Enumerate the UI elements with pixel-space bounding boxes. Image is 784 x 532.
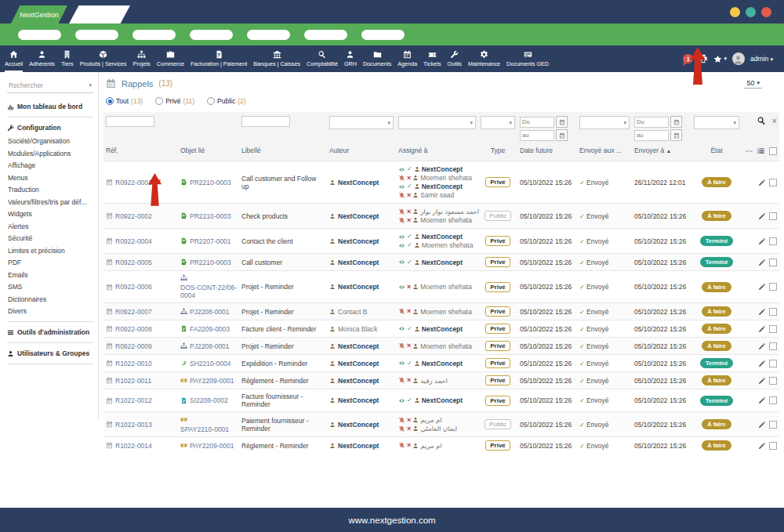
- edit-pencil-icon[interactable]: [758, 237, 766, 245]
- edit-pencil-icon[interactable]: [758, 259, 766, 266]
- assignee-name[interactable]: Moemen shehata: [422, 241, 474, 249]
- row-checkbox[interactable]: [769, 377, 777, 385]
- sidebar-item-menus[interactable]: Menus: [8, 174, 93, 182]
- nav-item-banques-caisses[interactable]: Banques | Caisses: [250, 45, 303, 72]
- sidebar-section-mon-tableau-de-bord[interactable]: Mon tableau de bord: [7, 103, 93, 110]
- avatar[interactable]: [732, 52, 745, 65]
- row-checkbox[interactable]: [769, 237, 777, 245]
- menu-pill[interactable]: [18, 30, 61, 40]
- row-checkbox[interactable]: [769, 342, 777, 350]
- notification-badge[interactable]: 1: [683, 54, 693, 63]
- edit-pencil-icon[interactable]: [758, 421, 766, 429]
- row-checkbox[interactable]: [769, 421, 777, 429]
- filter-select-type[interactable]: ▾: [481, 116, 515, 129]
- menu-pill[interactable]: [361, 30, 405, 40]
- bookmarks-menu[interactable]: ▾: [713, 55, 727, 63]
- linked-object-link[interactable]: PR2210-0003: [190, 259, 230, 266]
- assignee-name[interactable]: NextConcept: [422, 183, 463, 190]
- maximize-dot[interactable]: [746, 7, 756, 17]
- assignee-name[interactable]: Samir saad: [420, 191, 454, 199]
- linked-object-link[interactable]: FA2209-0003: [190, 325, 230, 333]
- nav-item-documents-ged[interactable]: Documents GED: [503, 45, 552, 72]
- nav-item-documents[interactable]: Documents: [360, 45, 394, 72]
- column-header-libell[interactable]: Libellé: [241, 147, 261, 154]
- list-view-icon[interactable]: [757, 147, 765, 155]
- ref-link[interactable]: R0922-0006: [115, 283, 152, 291]
- linked-object-link[interactable]: PAY2209-0001: [190, 442, 234, 450]
- assignee-name[interactable]: NextConcept: [422, 396, 463, 404]
- nav-item-commerce[interactable]: Commerce: [154, 45, 187, 72]
- edit-pencil-icon[interactable]: [758, 179, 766, 186]
- ref-link[interactable]: R1022-0014: [115, 442, 152, 450]
- nav-item-grh[interactable]: GRH: [341, 45, 360, 72]
- ref-link[interactable]: R0922-0005: [115, 259, 152, 266]
- filter-date-to-envoyer[interactable]: [634, 130, 669, 141]
- edit-pencil-icon[interactable]: [758, 325, 766, 333]
- ref-link[interactable]: R1022-0013: [115, 421, 152, 429]
- column-header-auteur[interactable]: Auteur: [329, 147, 349, 154]
- nav-item-outils[interactable]: Outils: [445, 45, 465, 72]
- author-name[interactable]: NextConcept: [338, 283, 379, 291]
- nav-item-comptabilit[interactable]: Comptabilité: [303, 45, 341, 72]
- sidebar-item-s-curit[interactable]: Sécurité: [8, 234, 93, 242]
- author-name[interactable]: Contact B: [338, 308, 367, 316]
- sidebar-search-select[interactable]: Rechercher ▾: [7, 78, 93, 93]
- linked-object-link[interactable]: SI2208-0002: [190, 396, 228, 404]
- ref-link[interactable]: R1022-0010: [115, 360, 152, 367]
- filter-select-envoy-aux[interactable]: ▾: [579, 116, 630, 129]
- sidebar-item-emails[interactable]: Emails: [8, 271, 93, 279]
- filter-input-r-f[interactable]: [106, 116, 154, 127]
- assignee-name[interactable]: ام مريم: [420, 442, 441, 450]
- nav-item-adh-rents[interactable]: Adhérents: [26, 45, 58, 72]
- assignee-name[interactable]: Moemen shehata: [420, 216, 472, 224]
- filter-date-from-envoyer[interactable]: [634, 117, 669, 128]
- linked-object-link[interactable]: DOS-CONT-22/06-0004: [180, 284, 237, 299]
- linked-object-link[interactable]: PR2210-0003: [190, 179, 230, 186]
- ref-link[interactable]: R0922-0009: [115, 342, 152, 350]
- assignee-name[interactable]: احمد رقيه: [420, 377, 448, 385]
- date-picker-button[interactable]: [556, 116, 568, 128]
- ref-link[interactable]: R0922-0004: [115, 237, 152, 245]
- author-name[interactable]: NextConcept: [338, 377, 379, 385]
- radio-priv[interactable]: Privé (11): [155, 97, 194, 105]
- author-name[interactable]: NextConcept: [338, 259, 379, 266]
- author-name[interactable]: Monica Black: [338, 325, 378, 333]
- nav-item-agenda[interactable]: Agenda: [394, 45, 420, 72]
- ref-link[interactable]: R0922-0008: [115, 325, 152, 333]
- ref-link[interactable]: R0922-0007: [115, 308, 152, 316]
- assignee-name[interactable]: ام مريم: [420, 416, 441, 424]
- author-name[interactable]: NextConcept: [338, 360, 379, 367]
- column-header-date-future[interactable]: Date future: [520, 147, 553, 154]
- nav-item-tiers[interactable]: Tiers: [58, 45, 77, 72]
- author-name[interactable]: NextConcept: [338, 212, 379, 220]
- menu-pill[interactable]: [247, 30, 290, 40]
- sidebar-item-alertes[interactable]: Alertes: [8, 223, 93, 230]
- assignee-name[interactable]: Moemen shehata: [420, 283, 472, 291]
- sidebar-item-sms[interactable]: SMS: [8, 283, 93, 291]
- edit-pencil-icon[interactable]: [758, 212, 766, 220]
- filter-input-libell[interactable]: [241, 116, 290, 127]
- filter-select-tat[interactable]: ▾: [694, 116, 739, 129]
- nav-item-facturation-paiement[interactable]: Facturation | Paiement: [187, 45, 250, 72]
- edit-pencil-icon[interactable]: [758, 283, 766, 291]
- select-all-checkbox[interactable]: [769, 147, 777, 155]
- edit-pencil-icon[interactable]: [758, 396, 766, 404]
- row-checkbox[interactable]: [769, 442, 777, 450]
- row-checkbox[interactable]: [769, 283, 777, 291]
- author-name[interactable]: NextConcept: [338, 421, 379, 429]
- menu-pill[interactable]: [190, 30, 233, 40]
- edit-pencil-icon[interactable]: [758, 342, 766, 350]
- linked-object-link[interactable]: PR2210-0003: [190, 212, 230, 220]
- sidebar-item-affichage[interactable]: Affichage: [8, 161, 93, 169]
- row-checkbox[interactable]: [769, 259, 777, 266]
- assignee-name[interactable]: NextConcept: [422, 233, 463, 241]
- row-checkbox[interactable]: [769, 325, 777, 333]
- author-name[interactable]: NextConcept: [338, 442, 379, 450]
- search-filter-button[interactable]: [757, 116, 766, 125]
- assignee-name[interactable]: ايمان العاملي: [420, 425, 457, 432]
- linked-object-link[interactable]: PJ2208-0001: [190, 308, 230, 316]
- assignee-name[interactable]: Moemen shehata: [420, 174, 472, 182]
- menu-pill[interactable]: [75, 30, 118, 40]
- nav-item-tickets[interactable]: Tickets: [420, 45, 445, 72]
- menu-pill[interactable]: [304, 30, 347, 40]
